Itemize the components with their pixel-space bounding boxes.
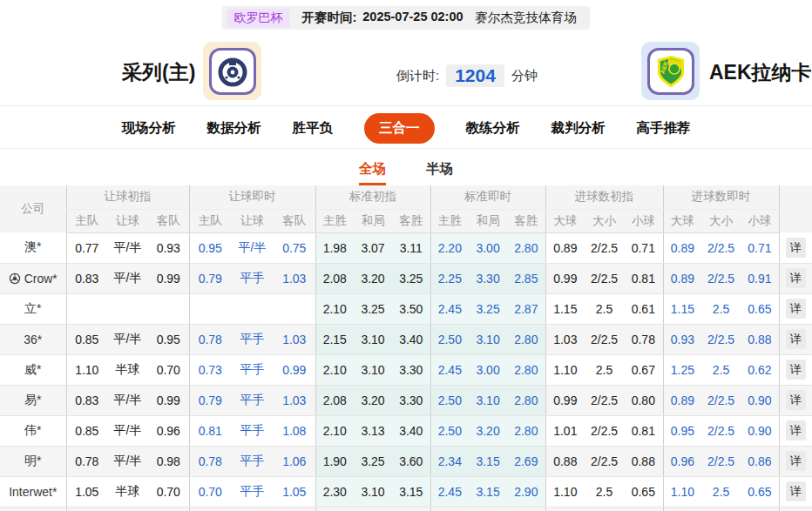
nav-tab-4[interactable]: 三合一: [364, 113, 435, 144]
cell-handicap-live-home: 0.73: [189, 354, 231, 385]
cell-1x2-live-draw: 3.25: [469, 293, 507, 324]
partial-cell: [430, 507, 469, 511]
detail-button[interactable]: 详: [786, 390, 806, 410]
cell-goals-live-over: 0.89: [663, 232, 701, 263]
cell-1x2-live-away-win: 2.80: [507, 385, 545, 415]
analysis-nav: 现场分析数据分析胜平负三合一教练分析裁判分析高手推荐: [0, 112, 812, 144]
nav-tab-6[interactable]: 裁判分析: [551, 119, 606, 138]
cell-handicap-initial-line: 半球: [107, 354, 148, 385]
subtab-2[interactable]: 半场: [426, 160, 453, 185]
detail-button[interactable]: 详: [786, 238, 806, 258]
cell-1x2-live-away-win: 2.69: [507, 446, 545, 476]
cell-handicap-live-line: 平手: [231, 385, 274, 415]
cell-1x2-live-away-win: 2.80: [507, 354, 545, 385]
nav-tab-7[interactable]: 高手推荐: [637, 119, 691, 138]
cell-1x2-live-home-win: 2.25: [430, 263, 469, 293]
cell-goals-initial-under: 0.65: [624, 476, 663, 507]
cell-1x2-live-draw: 3.20: [469, 415, 507, 446]
odds-table-wrap: 公司让球初指让球即时标准初指标准即时进球数初指进球数即时主队让球客队主队让球客队…: [0, 185, 812, 511]
cell-1x2-live-draw: 3.00: [469, 354, 507, 385]
partial-cell: [507, 507, 545, 511]
detail-button[interactable]: 详: [786, 360, 806, 380]
cell-goals-live-line: 2/2.5: [701, 415, 741, 446]
nav-tab-3[interactable]: 胜平负: [293, 119, 334, 138]
company-name: 易*: [24, 393, 41, 407]
cell-handicap-initial-home: [66, 293, 107, 324]
cell-goals-initial-over: 1.10: [545, 354, 585, 385]
cell-1x2-initial-home-win: 2.10: [315, 354, 354, 385]
partial-cell: [741, 507, 779, 511]
cell-handicap-live-away: [274, 293, 315, 324]
subheader-1x2-initial-draw: 和局: [354, 209, 392, 232]
cell-handicap-initial-away: 0.99: [148, 385, 189, 415]
cell-goals-live-line: 2.5: [701, 476, 741, 507]
cell-1x2-initial-draw: 3.10: [354, 476, 392, 507]
cell-goals-live-over: 0.93: [663, 324, 701, 354]
group-header-goals-live: 进球数即时: [663, 185, 779, 209]
cell-handicap-initial-home: 1.05: [66, 476, 107, 507]
cell-goals-live-under: 0.88: [741, 324, 779, 354]
cell-handicap-live-home: 0.95: [189, 232, 231, 263]
cell-goals-live-line: 2/2.5: [701, 232, 741, 263]
partial-cell: [585, 507, 624, 511]
cell-goals-live-line: 2.5: [701, 293, 741, 324]
detail-button[interactable]: 详: [786, 329, 806, 349]
cell-goals-live-line: 2/2.5: [701, 446, 741, 476]
company-cell: 明*: [0, 446, 66, 476]
nav-tab-5[interactable]: 教练分析: [466, 119, 520, 138]
nav-tab-2[interactable]: 数据分析: [207, 119, 261, 138]
cell-1x2-live-draw: 3.00: [469, 232, 507, 263]
cell-goals-initial-line: 2/2.5: [585, 385, 624, 415]
cell-handicap-live-line: 平手: [231, 324, 274, 354]
cell-handicap-initial-home: 0.85: [66, 324, 107, 354]
subheader-1x2-live-away-win: 客胜: [507, 209, 545, 232]
cell-goals-initial-under: 0.80: [624, 385, 663, 415]
odds-row: 36*0.85平/半0.950.78平手1.032.153.103.402.50…: [0, 324, 812, 354]
cell-handicap-live-away: 1.03: [274, 263, 315, 293]
subheader-1x2-initial-home-win: 主胜: [315, 209, 354, 232]
company-name: Crow*: [24, 272, 58, 286]
cell-handicap-initial-line: 平/半: [107, 446, 148, 476]
cell-goals-live-over: 0.89: [663, 263, 701, 293]
detail-button[interactable]: 详: [786, 481, 806, 501]
odds-table: 公司让球初指让球即时标准初指标准即时进球数初指进球数即时主队让球客队主队让球客队…: [0, 185, 812, 511]
cell-handicap-initial-line: 平/半: [107, 385, 148, 415]
partial-cell: [545, 507, 585, 511]
partial-cell: [0, 507, 66, 511]
cell-1x2-initial-away-win: 3.30: [392, 354, 430, 385]
cell-goals-initial-over: 0.99: [545, 385, 585, 415]
cell-goals-initial-line: 2/2.5: [585, 263, 624, 293]
cell-handicap-initial-line: 平/半: [107, 263, 148, 293]
partial-cell: [624, 507, 663, 511]
cell-handicap-live-line: 平/半: [231, 232, 274, 263]
detail-button[interactable]: 详: [786, 268, 806, 288]
company-cell: 伟*: [0, 415, 66, 446]
cell-goals-initial-over: 0.89: [545, 232, 585, 263]
cell-1x2-live-away-win: 2.85: [507, 263, 545, 293]
subheader-goals-initial-under: 小球: [624, 209, 663, 232]
subheader-handicap-initial-home: 主队: [66, 209, 107, 232]
cell-handicap-live-line: 平手: [231, 263, 274, 293]
cell-handicap-live-line: 平手: [231, 354, 274, 385]
cell-goals-live-over: 1.15: [663, 293, 701, 324]
detail-button[interactable]: 详: [786, 299, 806, 319]
odds-row: 易*0.83平/半0.990.79平手1.032.083.203.302.503…: [0, 385, 812, 415]
group-header-handicap-initial: 让球初指: [66, 185, 189, 209]
cell-1x2-initial-home-win: 1.98: [315, 232, 354, 263]
cell-handicap-live-home: 0.78: [189, 324, 231, 354]
cell-handicap-initial-away: 0.70: [148, 476, 189, 507]
cell-handicap-initial-home: 1.10: [66, 354, 107, 385]
detail-button[interactable]: 详: [786, 420, 806, 440]
cell-1x2-initial-away-win: 3.60: [392, 446, 430, 476]
subheader-goals-live-under: 小球: [741, 209, 779, 232]
detail-button[interactable]: 详: [786, 451, 806, 471]
league-badge[interactable]: 欧罗巴杯: [227, 9, 289, 28]
cell-1x2-initial-draw: 3.07: [354, 232, 392, 263]
subtab-1[interactable]: 全场: [359, 160, 386, 185]
cell-handicap-live-line: 平手: [231, 415, 274, 446]
cell-handicap-initial-away: 0.98: [148, 446, 189, 476]
company-cell: 36*: [0, 324, 66, 354]
away-team-name: AEK拉纳卡: [709, 59, 812, 86]
nav-tab-1[interactable]: 现场分析: [122, 119, 176, 138]
cell-handicap-initial-home: 0.83: [66, 263, 107, 293]
